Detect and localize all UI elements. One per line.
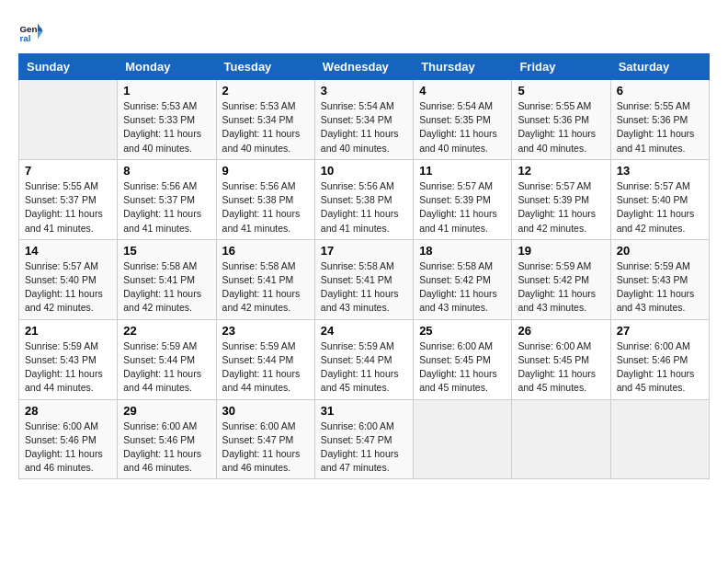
week-row-5: 28Sunrise: 6:00 AMSunset: 5:46 PMDayligh… [19,399,710,479]
calendar-cell: 7Sunrise: 5:55 AMSunset: 5:37 PMDaylight… [19,159,118,239]
calendar-cell: 2Sunrise: 5:53 AMSunset: 5:34 PMDaylight… [216,80,314,160]
day-number: 10 [321,164,407,178]
day-info: Sunrise: 5:55 AMSunset: 5:36 PMDaylight:… [518,99,604,155]
calendar-cell: 3Sunrise: 5:54 AMSunset: 5:34 PMDaylight… [314,80,413,160]
calendar-cell: 17Sunrise: 5:58 AMSunset: 5:41 PMDayligh… [314,239,413,319]
day-info: Sunrise: 5:59 AMSunset: 5:43 PMDaylight:… [617,259,703,316]
calendar-cell: 30Sunrise: 6:00 AMSunset: 5:47 PMDayligh… [216,399,314,479]
calendar-cell: 25Sunrise: 6:00 AMSunset: 5:45 PMDayligh… [414,319,512,399]
calendar-cell: 1Sunrise: 5:53 AMSunset: 5:33 PMDaylight… [118,80,216,160]
calendar-header: SundayMondayTuesdayWednesdayThursdayFrid… [19,54,710,80]
day-info: Sunrise: 5:58 AMSunset: 5:41 PMDaylight:… [321,259,407,316]
day-number: 11 [419,164,506,178]
day-number: 24 [321,324,407,338]
day-number: 22 [123,324,210,338]
calendar-cell: 29Sunrise: 6:00 AMSunset: 5:46 PMDayligh… [118,399,216,479]
day-info: Sunrise: 5:59 AMSunset: 5:44 PMDaylight:… [222,339,309,396]
calendar-cell: 6Sunrise: 5:55 AMSunset: 5:36 PMDaylight… [610,80,709,160]
day-info: Sunrise: 6:00 AMSunset: 5:45 PMDaylight:… [518,339,604,396]
day-info: Sunrise: 5:54 AMSunset: 5:35 PMDaylight:… [419,99,506,155]
calendar-cell [512,399,610,479]
day-number: 4 [419,84,506,98]
day-info: Sunrise: 5:56 AMSunset: 5:37 PMDaylight:… [123,179,210,236]
calendar-cell: 11Sunrise: 5:57 AMSunset: 5:39 PMDayligh… [414,159,512,239]
day-info: Sunrise: 5:56 AMSunset: 5:38 PMDaylight:… [222,179,309,236]
day-number: 18 [419,244,506,258]
page-header: Gene ral [18,18,710,44]
header-day-sunday: Sunday [19,54,118,80]
day-number: 9 [222,164,309,178]
day-info: Sunrise: 5:55 AMSunset: 5:37 PMDaylight:… [25,179,111,236]
calendar-cell: 10Sunrise: 5:56 AMSunset: 5:38 PMDayligh… [314,159,413,239]
header-day-thursday: Thursday [414,54,512,80]
calendar-cell: 27Sunrise: 6:00 AMSunset: 5:46 PMDayligh… [610,319,709,399]
day-number: 19 [518,244,604,258]
svg-text:ral: ral [19,33,30,43]
day-number: 31 [321,404,407,418]
day-info: Sunrise: 6:00 AMSunset: 5:46 PMDaylight:… [25,419,111,476]
calendar-table: SundayMondayTuesdayWednesdayThursdayFrid… [18,53,710,479]
logo: Gene ral [18,18,48,44]
day-number: 2 [222,84,309,98]
week-row-2: 7Sunrise: 5:55 AMSunset: 5:37 PMDaylight… [19,159,710,239]
calendar-cell: 21Sunrise: 5:59 AMSunset: 5:43 PMDayligh… [19,319,118,399]
week-row-4: 21Sunrise: 5:59 AMSunset: 5:43 PMDayligh… [19,319,710,399]
day-info: Sunrise: 6:00 AMSunset: 5:47 PMDaylight:… [321,419,407,476]
calendar-cell: 28Sunrise: 6:00 AMSunset: 5:46 PMDayligh… [19,399,118,479]
calendar-cell: 26Sunrise: 6:00 AMSunset: 5:45 PMDayligh… [512,319,610,399]
day-info: Sunrise: 5:53 AMSunset: 5:34 PMDaylight:… [222,99,309,155]
day-number: 30 [222,404,309,418]
day-info: Sunrise: 5:55 AMSunset: 5:36 PMDaylight:… [617,99,703,155]
day-number: 7 [25,164,111,178]
day-number: 15 [123,244,210,258]
day-info: Sunrise: 6:00 AMSunset: 5:45 PMDaylight:… [419,339,506,396]
day-info: Sunrise: 5:57 AMSunset: 5:40 PMDaylight:… [617,179,703,236]
day-info: Sunrise: 5:58 AMSunset: 5:41 PMDaylight:… [123,259,210,316]
logo-icon: Gene ral [18,18,44,44]
day-info: Sunrise: 5:59 AMSunset: 5:42 PMDaylight:… [518,259,604,316]
day-info: Sunrise: 5:57 AMSunset: 5:39 PMDaylight:… [419,179,506,236]
day-number: 1 [123,84,210,98]
day-number: 6 [617,84,703,98]
calendar-cell: 22Sunrise: 5:59 AMSunset: 5:44 PMDayligh… [118,319,216,399]
day-number: 13 [617,164,703,178]
day-info: Sunrise: 5:57 AMSunset: 5:40 PMDaylight:… [25,259,111,316]
header-day-saturday: Saturday [610,54,709,80]
calendar-cell: 8Sunrise: 5:56 AMSunset: 5:37 PMDaylight… [118,159,216,239]
calendar-cell [610,399,709,479]
header-day-monday: Monday [118,54,216,80]
calendar-cell: 12Sunrise: 5:57 AMSunset: 5:39 PMDayligh… [512,159,610,239]
calendar-cell: 9Sunrise: 5:56 AMSunset: 5:38 PMDaylight… [216,159,314,239]
day-info: Sunrise: 6:00 AMSunset: 5:46 PMDaylight:… [123,419,210,476]
calendar-cell: 20Sunrise: 5:59 AMSunset: 5:43 PMDayligh… [610,239,709,319]
calendar-cell: 31Sunrise: 6:00 AMSunset: 5:47 PMDayligh… [314,399,413,479]
calendar-cell: 24Sunrise: 5:59 AMSunset: 5:44 PMDayligh… [314,319,413,399]
day-number: 5 [518,84,604,98]
day-number: 21 [25,324,111,338]
day-info: Sunrise: 5:59 AMSunset: 5:44 PMDaylight:… [321,339,407,396]
day-number: 23 [222,324,309,338]
day-number: 25 [419,324,506,338]
day-info: Sunrise: 5:53 AMSunset: 5:33 PMDaylight:… [123,99,210,155]
day-info: Sunrise: 5:58 AMSunset: 5:41 PMDaylight:… [222,259,309,316]
day-number: 8 [123,164,210,178]
day-number: 27 [617,324,703,338]
calendar-cell: 5Sunrise: 5:55 AMSunset: 5:36 PMDaylight… [512,80,610,160]
header-day-wednesday: Wednesday [314,54,413,80]
day-info: Sunrise: 5:59 AMSunset: 5:43 PMDaylight:… [25,339,111,396]
calendar-cell [19,80,118,160]
day-info: Sunrise: 5:58 AMSunset: 5:42 PMDaylight:… [419,259,506,316]
header-day-friday: Friday [512,54,610,80]
day-number: 16 [222,244,309,258]
calendar-cell: 19Sunrise: 5:59 AMSunset: 5:42 PMDayligh… [512,239,610,319]
day-number: 20 [617,244,703,258]
day-info: Sunrise: 6:00 AMSunset: 5:47 PMDaylight:… [222,419,309,476]
calendar-cell: 14Sunrise: 5:57 AMSunset: 5:40 PMDayligh… [19,239,118,319]
day-info: Sunrise: 5:59 AMSunset: 5:44 PMDaylight:… [123,339,210,396]
day-info: Sunrise: 5:54 AMSunset: 5:34 PMDaylight:… [321,99,407,155]
day-number: 3 [321,84,407,98]
day-number: 17 [321,244,407,258]
day-info: Sunrise: 6:00 AMSunset: 5:46 PMDaylight:… [617,339,703,396]
calendar-cell: 13Sunrise: 5:57 AMSunset: 5:40 PMDayligh… [610,159,709,239]
calendar-cell: 23Sunrise: 5:59 AMSunset: 5:44 PMDayligh… [216,319,314,399]
